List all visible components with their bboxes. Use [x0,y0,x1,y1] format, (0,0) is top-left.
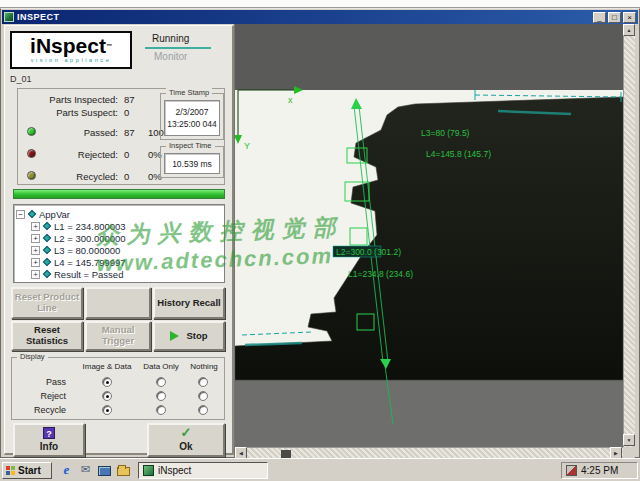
node-icon [43,246,51,254]
manual-trigger-button[interactable]: Manual Trigger [85,321,151,351]
vertical-scrollbar[interactable]: ▲ ▼ [623,24,635,447]
scroll-down-icon[interactable]: ▼ [623,434,635,446]
time-stamp-group: Time Stamp 2/3/2007 13:25:00 044 [160,93,224,140]
taskbar-item-inspect[interactable]: iNspect [138,462,268,479]
camera-image-area[interactable]: x Y [234,24,634,459]
history-recall-button[interactable]: History Recall [153,287,225,319]
time-stamp-legend: Time Stamp [166,88,212,97]
clock: 4:25 PM [581,465,618,476]
play-icon [170,331,179,341]
recycled-value: 0 [124,171,129,182]
show-desktop-icon[interactable] [98,466,111,476]
background-bottom-band [235,380,623,447]
x-axis-label: x [288,95,293,105]
scrollbar-thumb[interactable] [281,450,291,458]
windows-logo-icon [6,466,15,475]
desktop-top-strip [0,0,640,8]
tree-item-label: L3 = 80.000000 [54,245,120,256]
rejected-value: 0 [124,149,129,160]
column-nothing: Nothing [184,362,224,371]
stop-button[interactable]: Stop [153,321,225,351]
results-tree[interactable]: − AppVar + L1 = 234.800003 + L2 = 300.00… [13,204,225,283]
radio-pass-data-only[interactable] [156,377,166,387]
taskbar-item-label: iNspect [158,465,191,476]
trademark-symbol: ™ [106,43,112,49]
logo-title: iNspect™ [12,35,130,57]
radio-pass-nothing[interactable] [198,377,208,387]
measurement-label-l3: L3=80 (79.5) [421,128,470,138]
ok-button[interactable]: ✓ Ok [147,423,225,457]
time-stamp-time: 13:25:00 044 [165,119,219,129]
scroll-up-icon[interactable]: ▲ [623,24,635,36]
window-titlebar[interactable]: INSPECT _ □ × [2,10,638,24]
taskbar: Start iNspect 4:25 PM [0,458,640,481]
parts-suspect-value: 0 [124,107,129,118]
tree-item-l3[interactable]: + L3 = 80.000000 [16,244,222,256]
radio-recycle-data-only[interactable] [156,405,166,415]
parts-suspect-label: Parts Suspect: [32,107,118,118]
start-button[interactable]: Start [2,462,52,479]
node-icon [43,270,51,278]
program-name-label: D_01 [10,74,32,84]
expand-icon[interactable]: + [31,270,40,279]
close-icon[interactable]: × [623,12,636,23]
recycled-label: Recycled: [32,171,118,182]
status-running: Running [152,33,189,44]
parts-inspected-value: 87 [124,94,135,105]
node-icon [43,258,51,266]
tree-item-l1[interactable]: + L1 = 234.800003 [16,220,222,232]
tree-item-l2[interactable]: + L2 = 300.000000 [16,232,222,244]
inspect-time-value-box: 10.539 ms [164,153,220,174]
status-underline [145,47,211,49]
logo-text: iNspect [30,34,106,57]
display-group: Display Image & Data Data Only Nothing P… [11,357,225,420]
display-legend: Display [17,352,48,361]
node-icon [43,234,51,242]
tray-app-icon[interactable] [566,465,577,476]
status-monitor[interactable]: Monitor [154,51,187,62]
info-button-label: Info [40,441,58,453]
expand-icon[interactable]: + [31,234,40,243]
check-icon: ✓ [181,427,192,439]
radio-reject-image-data[interactable] [102,391,112,401]
mail-icon[interactable] [79,463,92,476]
blank-button[interactable] [85,287,151,319]
inspect-time-group: Inspect Time 10.539 ms [160,146,224,178]
help-icon: ? [43,427,55,439]
tree-item-label: L1 = 234.800003 [54,221,126,232]
minimize-icon[interactable]: _ [593,12,606,23]
progress-bar [13,189,225,199]
tree-item-result[interactable]: + Result = Passed [16,268,222,280]
control-panel: iNspect™ vision appliance Running Monito… [4,25,234,455]
radio-pass-image-data[interactable] [102,377,112,387]
info-button[interactable]: ? Info [13,423,85,457]
system-tray: 4:25 PM [561,462,638,479]
tree-root-label: AppVar [39,209,70,220]
tree-item-l4[interactable]: + L4 = 145.799997 [16,256,222,268]
reset-statistics-button[interactable]: Reset Statistics [11,321,83,351]
statistics-group: Parts Inspected: 87 Parts Suspect: 0 Pas… [17,88,225,185]
internet-explorer-icon[interactable] [60,463,73,476]
folder-icon[interactable] [117,467,130,476]
row-reject-label: Reject [18,391,66,401]
app-icon [4,12,14,22]
node-icon [43,222,51,230]
logo-subtitle: vision appliance [12,57,130,63]
radio-reject-nothing[interactable] [198,391,208,401]
passed-label: Passed: [32,127,118,138]
radio-recycle-nothing[interactable] [198,405,208,415]
expand-icon[interactable]: + [31,258,40,267]
expand-icon[interactable]: + [31,246,40,255]
y-axis-label: Y [244,141,250,151]
radio-reject-data-only[interactable] [156,391,166,401]
radio-recycle-image-data[interactable] [102,405,112,415]
restore-icon[interactable]: □ [608,12,621,23]
inspect-time-value: 10.539 ms [165,159,219,169]
tree-item-label: L4 = 145.799997 [54,257,126,268]
reset-product-line-button[interactable]: Reset Product Line [11,287,83,319]
tree-root-row[interactable]: − AppVar [16,208,222,220]
expand-icon[interactable]: + [31,222,40,231]
collapse-icon[interactable]: − [16,210,25,219]
window-title: INSPECT [17,12,60,22]
time-stamp-value-box: 2/3/2007 13:25:00 044 [164,100,220,136]
